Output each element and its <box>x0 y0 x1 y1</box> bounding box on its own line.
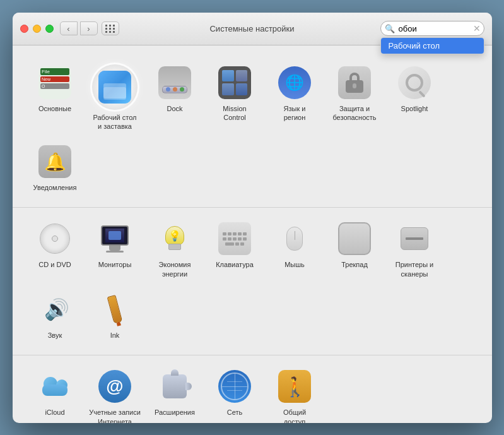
pref-item-extensions[interactable]: Расширения <box>145 362 205 422</box>
icloud-icon <box>37 368 73 405</box>
pref-item-mouse[interactable]: Мышь <box>265 214 325 285</box>
network-icon <box>216 368 253 405</box>
security-label: Защита ибезопасность <box>332 104 376 122</box>
section-personal: File New O Основные <box>13 52 492 208</box>
pref-item-keyboard[interactable]: Клавиатура <box>205 214 265 285</box>
pref-item-energy[interactable]: 💡 Экономияэнергии <box>145 214 205 285</box>
grid-view-button[interactable] <box>102 21 119 35</box>
pref-item-trackpad[interactable]: Трекпад <box>325 214 385 285</box>
pref-item-monitors[interactable]: Мониторы <box>85 214 145 285</box>
sound-label: Звук <box>48 331 62 340</box>
pref-item-notifications[interactable]: 🔔 Уведомления <box>25 137 85 198</box>
forward-button[interactable]: › <box>80 21 98 35</box>
spotlight-icon <box>396 64 433 101</box>
ink-icon <box>97 291 133 328</box>
pref-item-language[interactable]: 🌐 Язык ирегион <box>265 58 325 138</box>
titlebar: ‹ › Системные настройки 🔍 ✕ Рабочий стол <box>13 13 492 45</box>
extensions-icon <box>156 368 193 405</box>
pref-item-icloud[interactable]: iCloud <box>25 362 85 422</box>
pref-item-ink[interactable]: Ink <box>85 285 145 346</box>
items-grid-1: File New O Основные <box>25 58 479 199</box>
notifications-icon: 🔔 <box>37 143 73 180</box>
language-label: Язык ирегион <box>284 104 306 122</box>
pref-item-desktop[interactable]: Рабочий столи заставка <box>85 58 145 138</box>
sound-icon: 🔊 <box>37 291 73 328</box>
energy-icon: 💡 <box>156 220 193 257</box>
cddvd-icon <box>37 220 73 257</box>
extensions-label: Расширения <box>155 408 195 417</box>
mouse-icon <box>276 220 313 257</box>
system-preferences-window: ‹ › Системные настройки 🔍 ✕ Рабочий стол <box>13 13 492 423</box>
traffic-lights <box>20 25 54 33</box>
accounts-icon: @ <box>97 368 133 405</box>
trackpad-icon <box>336 220 373 257</box>
mission-label: MissionControl <box>223 104 246 122</box>
search-icon: 🔍 <box>385 24 395 33</box>
keyboard-icon <box>216 220 253 257</box>
dropdown-item-desktop[interactable]: Рабочий стол <box>381 38 484 54</box>
spotlight-label: Spotlight <box>401 104 428 113</box>
osnovy-label: Основные <box>38 104 71 113</box>
printers-label: Принтеры исканеры <box>396 260 434 278</box>
energy-label: Экономияэнергии <box>159 260 191 278</box>
search-dropdown: Рабочий стол <box>380 37 484 54</box>
pref-item-mission[interactable]: MissionControl <box>205 58 265 138</box>
accounts-label: Учетные записиИнтернета <box>89 408 141 422</box>
sharing-label: Общийдоступ <box>283 408 306 422</box>
back-button[interactable]: ‹ <box>60 21 78 35</box>
window-title: Системные настройки <box>209 24 294 33</box>
icloud-label: iCloud <box>45 408 64 417</box>
preferences-content: File New O Основные <box>13 45 492 423</box>
pref-item-osnovy[interactable]: File New O Основные <box>25 58 85 138</box>
search-input[interactable] <box>380 21 484 36</box>
mission-icon <box>216 64 253 101</box>
nav-buttons: ‹ › <box>60 21 98 35</box>
search-clear-button[interactable]: ✕ <box>473 24 481 33</box>
section-hardware: CD и DVD М <box>13 208 492 355</box>
dock-label: Dock <box>167 104 182 113</box>
pref-item-sound[interactable]: 🔊 Звук <box>25 285 85 346</box>
pref-item-dock[interactable]: Dock <box>145 58 205 138</box>
pref-item-spotlight[interactable]: Spotlight <box>385 58 445 138</box>
cddvd-label: CD и DVD <box>38 260 71 269</box>
pref-item-accounts[interactable]: @ Учетные записиИнтернета <box>85 362 145 422</box>
monitors-label: Мониторы <box>98 260 132 269</box>
minimize-button[interactable] <box>33 25 41 33</box>
close-button[interactable] <box>20 25 28 33</box>
pref-item-cddvd[interactable]: CD и DVD <box>25 214 85 285</box>
items-grid-3: iCloud @ Учетные записиИнтернета <box>25 362 479 422</box>
pref-item-network[interactable]: Сеть <box>205 362 265 422</box>
pref-item-sharing[interactable]: 🚶 Общийдоступ <box>265 362 325 422</box>
sharing-icon: 🚶 <box>276 368 313 405</box>
monitors-icon <box>97 220 133 257</box>
printers-icon <box>396 220 433 257</box>
desktop-icon <box>92 64 138 110</box>
zoom-button[interactable] <box>45 25 54 33</box>
pref-item-security[interactable]: Защита ибезопасность <box>325 58 385 138</box>
dock-icon <box>156 64 193 101</box>
search-container: 🔍 ✕ Рабочий стол <box>380 21 484 36</box>
language-icon: 🌐 <box>276 64 313 101</box>
pref-item-printers[interactable]: Принтеры исканеры <box>385 214 445 285</box>
search-wrapper: 🔍 ✕ Рабочий стол <box>380 21 484 36</box>
trackpad-label: Трекпад <box>341 260 368 269</box>
desktop-label: Рабочий столи заставка <box>93 113 136 131</box>
mouse-label: Мышь <box>284 260 305 269</box>
notifications-label: Уведомления <box>33 183 77 192</box>
security-icon <box>336 64 373 101</box>
grid-icon <box>105 25 115 33</box>
section-internet: iCloud @ Учетные записиИнтернета <box>13 355 492 422</box>
ink-label: Ink <box>110 331 120 340</box>
items-grid-2: CD и DVD М <box>25 214 479 346</box>
keyboard-label: Клавиатура <box>216 260 254 269</box>
osnovy-icon: File New O <box>37 64 73 101</box>
network-label: Сеть <box>227 408 242 417</box>
